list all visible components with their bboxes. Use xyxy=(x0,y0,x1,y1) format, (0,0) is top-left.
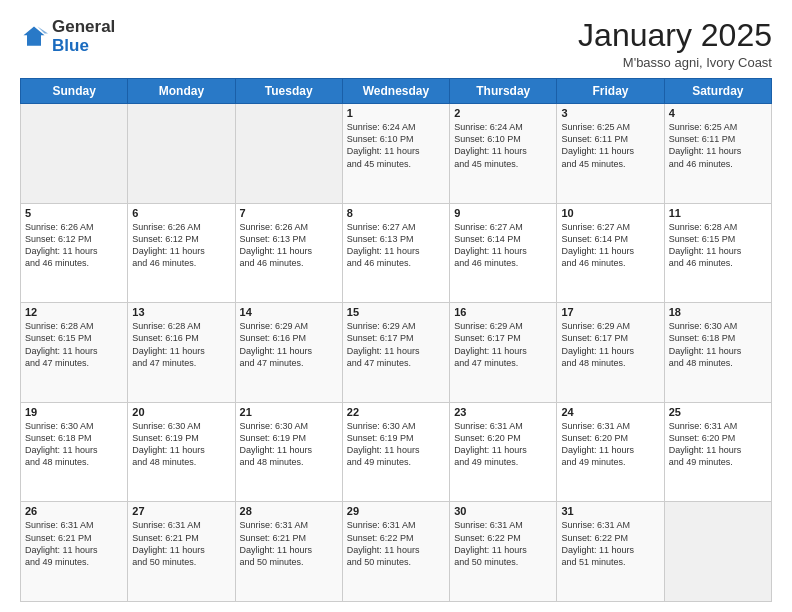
day-of-week-header: Saturday xyxy=(664,79,771,104)
day-detail: Sunrise: 6:27 AM Sunset: 6:14 PM Dayligh… xyxy=(561,221,659,270)
calendar-week-row: 5Sunrise: 6:26 AM Sunset: 6:12 PM Daylig… xyxy=(21,203,772,303)
day-number: 6 xyxy=(132,207,230,219)
calendar-cell: 2Sunrise: 6:24 AM Sunset: 6:10 PM Daylig… xyxy=(450,104,557,204)
calendar-table: SundayMondayTuesdayWednesdayThursdayFrid… xyxy=(20,78,772,602)
day-number: 4 xyxy=(669,107,767,119)
day-number: 9 xyxy=(454,207,552,219)
calendar-header: SundayMondayTuesdayWednesdayThursdayFrid… xyxy=(21,79,772,104)
day-detail: Sunrise: 6:29 AM Sunset: 6:16 PM Dayligh… xyxy=(240,320,338,369)
calendar-week-row: 19Sunrise: 6:30 AM Sunset: 6:18 PM Dayli… xyxy=(21,402,772,502)
day-of-week-header: Thursday xyxy=(450,79,557,104)
day-number: 7 xyxy=(240,207,338,219)
calendar-cell: 11Sunrise: 6:28 AM Sunset: 6:15 PM Dayli… xyxy=(664,203,771,303)
day-number: 10 xyxy=(561,207,659,219)
calendar-cell: 27Sunrise: 6:31 AM Sunset: 6:21 PM Dayli… xyxy=(128,502,235,602)
calendar-cell: 23Sunrise: 6:31 AM Sunset: 6:20 PM Dayli… xyxy=(450,402,557,502)
day-number: 5 xyxy=(25,207,123,219)
location: M'basso agni, Ivory Coast xyxy=(578,55,772,70)
day-number: 2 xyxy=(454,107,552,119)
day-detail: Sunrise: 6:31 AM Sunset: 6:20 PM Dayligh… xyxy=(561,420,659,469)
day-number: 21 xyxy=(240,406,338,418)
day-number: 26 xyxy=(25,505,123,517)
day-detail: Sunrise: 6:31 AM Sunset: 6:21 PM Dayligh… xyxy=(240,519,338,568)
calendar-cell: 29Sunrise: 6:31 AM Sunset: 6:22 PM Dayli… xyxy=(342,502,449,602)
month-title: January 2025 xyxy=(578,18,772,53)
day-number: 31 xyxy=(561,505,659,517)
day-detail: Sunrise: 6:26 AM Sunset: 6:12 PM Dayligh… xyxy=(25,221,123,270)
calendar-cell: 30Sunrise: 6:31 AM Sunset: 6:22 PM Dayli… xyxy=(450,502,557,602)
calendar-cell: 18Sunrise: 6:30 AM Sunset: 6:18 PM Dayli… xyxy=(664,303,771,403)
day-detail: Sunrise: 6:26 AM Sunset: 6:13 PM Dayligh… xyxy=(240,221,338,270)
calendar-cell: 28Sunrise: 6:31 AM Sunset: 6:21 PM Dayli… xyxy=(235,502,342,602)
calendar-cell: 10Sunrise: 6:27 AM Sunset: 6:14 PM Dayli… xyxy=(557,203,664,303)
logo-icon xyxy=(20,23,48,51)
calendar-cell: 13Sunrise: 6:28 AM Sunset: 6:16 PM Dayli… xyxy=(128,303,235,403)
calendar-week-row: 12Sunrise: 6:28 AM Sunset: 6:15 PM Dayli… xyxy=(21,303,772,403)
day-number: 20 xyxy=(132,406,230,418)
page: General Blue January 2025 M'basso agni, … xyxy=(0,0,792,612)
title-block: January 2025 M'basso agni, Ivory Coast xyxy=(578,18,772,70)
calendar-cell: 25Sunrise: 6:31 AM Sunset: 6:20 PM Dayli… xyxy=(664,402,771,502)
day-detail: Sunrise: 6:28 AM Sunset: 6:15 PM Dayligh… xyxy=(25,320,123,369)
day-detail: Sunrise: 6:30 AM Sunset: 6:18 PM Dayligh… xyxy=(669,320,767,369)
day-number: 15 xyxy=(347,306,445,318)
day-detail: Sunrise: 6:29 AM Sunset: 6:17 PM Dayligh… xyxy=(561,320,659,369)
day-detail: Sunrise: 6:31 AM Sunset: 6:20 PM Dayligh… xyxy=(669,420,767,469)
day-detail: Sunrise: 6:24 AM Sunset: 6:10 PM Dayligh… xyxy=(347,121,445,170)
calendar-cell: 22Sunrise: 6:30 AM Sunset: 6:19 PM Dayli… xyxy=(342,402,449,502)
day-detail: Sunrise: 6:31 AM Sunset: 6:22 PM Dayligh… xyxy=(454,519,552,568)
day-detail: Sunrise: 6:24 AM Sunset: 6:10 PM Dayligh… xyxy=(454,121,552,170)
day-number: 17 xyxy=(561,306,659,318)
calendar-cell: 6Sunrise: 6:26 AM Sunset: 6:12 PM Daylig… xyxy=(128,203,235,303)
day-detail: Sunrise: 6:25 AM Sunset: 6:11 PM Dayligh… xyxy=(669,121,767,170)
day-number: 8 xyxy=(347,207,445,219)
calendar-cell: 15Sunrise: 6:29 AM Sunset: 6:17 PM Dayli… xyxy=(342,303,449,403)
calendar-cell: 26Sunrise: 6:31 AM Sunset: 6:21 PM Dayli… xyxy=(21,502,128,602)
day-number: 29 xyxy=(347,505,445,517)
calendar-cell: 14Sunrise: 6:29 AM Sunset: 6:16 PM Dayli… xyxy=(235,303,342,403)
day-number: 14 xyxy=(240,306,338,318)
calendar-cell xyxy=(128,104,235,204)
calendar-cell: 12Sunrise: 6:28 AM Sunset: 6:15 PM Dayli… xyxy=(21,303,128,403)
calendar-cell: 7Sunrise: 6:26 AM Sunset: 6:13 PM Daylig… xyxy=(235,203,342,303)
calendar-body: 1Sunrise: 6:24 AM Sunset: 6:10 PM Daylig… xyxy=(21,104,772,602)
calendar-cell: 4Sunrise: 6:25 AM Sunset: 6:11 PM Daylig… xyxy=(664,104,771,204)
day-detail: Sunrise: 6:31 AM Sunset: 6:20 PM Dayligh… xyxy=(454,420,552,469)
calendar-cell: 1Sunrise: 6:24 AM Sunset: 6:10 PM Daylig… xyxy=(342,104,449,204)
day-detail: Sunrise: 6:27 AM Sunset: 6:13 PM Dayligh… xyxy=(347,221,445,270)
calendar-week-row: 1Sunrise: 6:24 AM Sunset: 6:10 PM Daylig… xyxy=(21,104,772,204)
day-detail: Sunrise: 6:31 AM Sunset: 6:22 PM Dayligh… xyxy=(561,519,659,568)
calendar-cell: 21Sunrise: 6:30 AM Sunset: 6:19 PM Dayli… xyxy=(235,402,342,502)
day-number: 22 xyxy=(347,406,445,418)
day-number: 18 xyxy=(669,306,767,318)
day-of-week-header: Wednesday xyxy=(342,79,449,104)
calendar-week-row: 26Sunrise: 6:31 AM Sunset: 6:21 PM Dayli… xyxy=(21,502,772,602)
day-detail: Sunrise: 6:28 AM Sunset: 6:16 PM Dayligh… xyxy=(132,320,230,369)
day-number: 30 xyxy=(454,505,552,517)
calendar-cell xyxy=(664,502,771,602)
day-number: 16 xyxy=(454,306,552,318)
day-detail: Sunrise: 6:31 AM Sunset: 6:21 PM Dayligh… xyxy=(25,519,123,568)
day-of-week-header: Friday xyxy=(557,79,664,104)
day-of-week-header: Monday xyxy=(128,79,235,104)
calendar-cell xyxy=(21,104,128,204)
day-detail: Sunrise: 6:26 AM Sunset: 6:12 PM Dayligh… xyxy=(132,221,230,270)
logo: General Blue xyxy=(20,18,115,55)
day-detail: Sunrise: 6:28 AM Sunset: 6:15 PM Dayligh… xyxy=(669,221,767,270)
day-number: 12 xyxy=(25,306,123,318)
day-detail: Sunrise: 6:30 AM Sunset: 6:19 PM Dayligh… xyxy=(240,420,338,469)
logo-general-text: General xyxy=(52,18,115,37)
day-number: 28 xyxy=(240,505,338,517)
day-number: 24 xyxy=(561,406,659,418)
calendar-cell: 24Sunrise: 6:31 AM Sunset: 6:20 PM Dayli… xyxy=(557,402,664,502)
calendar-cell: 16Sunrise: 6:29 AM Sunset: 6:17 PM Dayli… xyxy=(450,303,557,403)
day-detail: Sunrise: 6:30 AM Sunset: 6:19 PM Dayligh… xyxy=(347,420,445,469)
day-of-week-header: Sunday xyxy=(21,79,128,104)
header: General Blue January 2025 M'basso agni, … xyxy=(20,18,772,70)
calendar-cell: 31Sunrise: 6:31 AM Sunset: 6:22 PM Dayli… xyxy=(557,502,664,602)
calendar-cell: 9Sunrise: 6:27 AM Sunset: 6:14 PM Daylig… xyxy=(450,203,557,303)
header-row: SundayMondayTuesdayWednesdayThursdayFrid… xyxy=(21,79,772,104)
day-number: 11 xyxy=(669,207,767,219)
day-detail: Sunrise: 6:31 AM Sunset: 6:21 PM Dayligh… xyxy=(132,519,230,568)
day-number: 1 xyxy=(347,107,445,119)
